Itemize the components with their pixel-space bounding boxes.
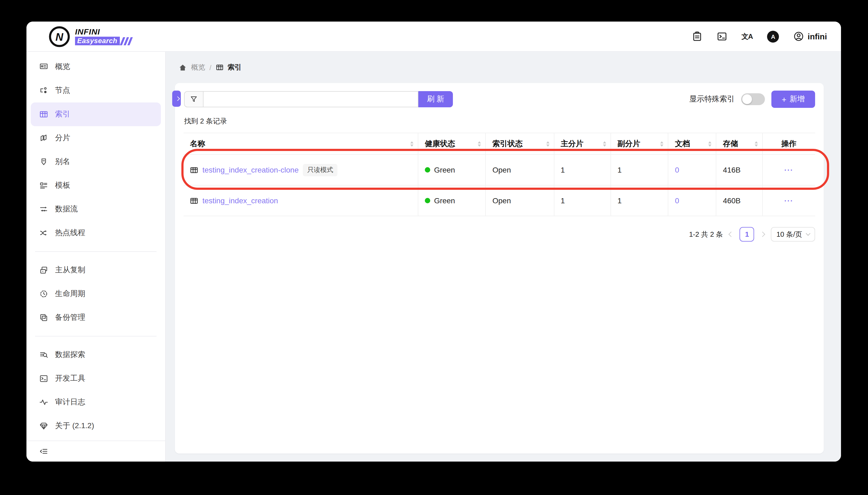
column-header-health[interactable]: 健康状态 bbox=[418, 133, 485, 154]
about-icon bbox=[39, 422, 48, 430]
index-name-cell: testing_index_creation-clone 只读模式 bbox=[183, 155, 418, 185]
sort-icon[interactable] bbox=[603, 141, 606, 147]
sidebar-label: 生命周期 bbox=[55, 289, 85, 299]
sidebar-divider bbox=[35, 251, 157, 252]
toggle-knob bbox=[742, 95, 752, 104]
sidebar-item-about[interactable]: 关于 (2.1.2) bbox=[31, 414, 161, 438]
terminal-icon[interactable] bbox=[717, 31, 727, 41]
sidebar-item-alias[interactable]: 别名 bbox=[31, 150, 161, 174]
sidebar-item-replication[interactable]: 主从复制 bbox=[31, 258, 161, 282]
row-actions-button[interactable]: ··· bbox=[762, 155, 815, 185]
sidebar-item-nodes[interactable]: 节点 bbox=[31, 79, 161, 102]
breadcrumb-overview[interactable]: 概览 bbox=[191, 63, 205, 72]
menu-fold-icon bbox=[39, 447, 48, 456]
indices-icon bbox=[216, 64, 223, 71]
column-header-actions: 操作 bbox=[762, 133, 815, 154]
app-logo[interactable]: N INFINI Easysearch bbox=[27, 25, 166, 48]
sidebar-item-overview[interactable]: 概览 bbox=[31, 55, 161, 79]
sidebar-label: 别名 bbox=[55, 157, 70, 167]
plus-icon: + bbox=[782, 95, 786, 103]
indices-panel: 刷 新 显示特殊索引 + 新增 找到 2 条记录 名称 bbox=[175, 83, 824, 454]
index-name-cell: testing_index_creation bbox=[183, 186, 418, 216]
sidebar-item-templates[interactable]: 模板 bbox=[31, 174, 161, 197]
health-cell: Green bbox=[418, 186, 485, 216]
sort-icon[interactable] bbox=[708, 141, 712, 147]
prev-page-icon[interactable] bbox=[729, 232, 734, 237]
breadcrumb: 概览 / 索引 bbox=[179, 52, 242, 83]
status-cell: Open bbox=[486, 186, 554, 216]
sidebar-label: 模板 bbox=[55, 181, 70, 190]
sort-icon[interactable] bbox=[660, 141, 664, 147]
search-input[interactable] bbox=[203, 91, 418, 107]
next-page-icon[interactable] bbox=[760, 232, 766, 237]
alias-icon bbox=[39, 157, 48, 166]
column-header-storage[interactable]: 存储 bbox=[716, 133, 762, 154]
sidebar-label: 备份管理 bbox=[55, 313, 85, 322]
index-name-link[interactable]: testing_index_creation bbox=[202, 196, 278, 205]
sidebar-item-hot-threads[interactable]: 热点线程 bbox=[31, 221, 161, 245]
docs-count-link[interactable]: 0 bbox=[675, 196, 679, 205]
sidebar-item-shards[interactable]: 分片 bbox=[31, 126, 161, 150]
username: infini bbox=[807, 32, 827, 41]
result-count: 找到 2 条记录 bbox=[184, 117, 824, 126]
top-bar: N INFINI Easysearch bbox=[27, 21, 841, 52]
show-special-indices-toggle[interactable] bbox=[741, 93, 765, 105]
index-name-link[interactable]: testing_index_creation-clone bbox=[202, 166, 298, 174]
overview-icon bbox=[39, 63, 48, 71]
readonly-badge: 只读模式 bbox=[303, 164, 338, 176]
sidebar-item-dev-tools[interactable]: 开发工具 bbox=[31, 367, 161, 390]
row-actions-button[interactable]: ··· bbox=[762, 186, 815, 216]
pagination: 1-2 共 2 条 1 10 条/页 bbox=[175, 227, 815, 242]
column-header-name[interactable]: 名称 bbox=[183, 133, 418, 154]
sort-icon[interactable] bbox=[754, 141, 758, 147]
sidebar-item-datastream[interactable]: 数据流 bbox=[31, 197, 161, 221]
theme-toggle-icon[interactable]: A bbox=[767, 31, 779, 42]
user-menu[interactable]: infini bbox=[793, 31, 827, 41]
column-header-primary-shards[interactable]: 主分片 bbox=[554, 133, 610, 154]
indices-icon bbox=[39, 110, 48, 119]
sidebar-item-audit-log[interactable]: 审计日志 bbox=[31, 390, 161, 414]
index-icon bbox=[190, 166, 198, 174]
infini-logo-icon: N bbox=[48, 25, 71, 48]
clipboard-icon[interactable] bbox=[692, 31, 702, 41]
filter-button[interactable] bbox=[184, 91, 203, 107]
toolbar-right: 显示特殊索引 + 新增 bbox=[689, 90, 815, 108]
refresh-button[interactable]: 刷 新 bbox=[418, 91, 453, 107]
breadcrumb-separator: / bbox=[210, 63, 211, 71]
hot-threads-icon bbox=[39, 228, 48, 237]
home-icon[interactable] bbox=[179, 63, 187, 71]
sort-icon[interactable] bbox=[478, 141, 481, 147]
filter-panel-expand-button[interactable] bbox=[172, 90, 181, 107]
sidebar-label: 分片 bbox=[55, 133, 70, 143]
screen: N INFINI Easysearch bbox=[0, 0, 868, 495]
add-index-button[interactable]: + 新增 bbox=[771, 90, 815, 108]
sidebar-item-data-explore[interactable]: 数据探索 bbox=[31, 343, 161, 367]
sort-icon[interactable] bbox=[410, 141, 413, 147]
sidebar-label: 开发工具 bbox=[55, 374, 85, 383]
indices-table: 名称 健康状态 索引状态 主分片 副分片 文档 存储 操作 testing_in… bbox=[183, 133, 815, 216]
replication-icon bbox=[39, 266, 48, 274]
chevron-down-icon bbox=[806, 231, 810, 236]
status-cell: Open bbox=[486, 155, 554, 185]
sidebar-label: 节点 bbox=[55, 86, 70, 96]
sort-icon[interactable] bbox=[546, 141, 549, 147]
sidebar-collapse-button[interactable] bbox=[27, 441, 165, 462]
page-size-select[interactable]: 10 条/页 bbox=[771, 227, 815, 242]
sidebar-label: 数据流 bbox=[55, 204, 78, 214]
primary-shards-cell: 1 bbox=[554, 186, 610, 216]
column-header-docs[interactable]: 文档 bbox=[668, 133, 716, 154]
breadcrumb-current: 索引 bbox=[228, 63, 242, 72]
docs-count-link[interactable]: 0 bbox=[675, 166, 679, 174]
primary-shards-cell: 1 bbox=[554, 155, 610, 185]
sidebar-item-lifecycle[interactable]: 生命周期 bbox=[31, 282, 161, 306]
sidebar-item-backup[interactable]: 备份管理 bbox=[31, 306, 161, 329]
column-header-replica-shards[interactable]: 副分片 bbox=[610, 133, 668, 154]
translate-icon[interactable]: 文A bbox=[742, 32, 753, 41]
table-row: testing_index_creation-clone 只读模式 Green … bbox=[183, 155, 815, 186]
sidebar-item-indices[interactable]: 索引 bbox=[31, 102, 161, 126]
show-special-indices-label: 显示特殊索引 bbox=[689, 95, 735, 104]
column-header-status[interactable]: 索引状态 bbox=[486, 133, 554, 154]
top-bar-actions: 文A A infini bbox=[692, 31, 841, 42]
storage-cell: 460B bbox=[716, 186, 762, 216]
page-number-button[interactable]: 1 bbox=[740, 227, 754, 242]
